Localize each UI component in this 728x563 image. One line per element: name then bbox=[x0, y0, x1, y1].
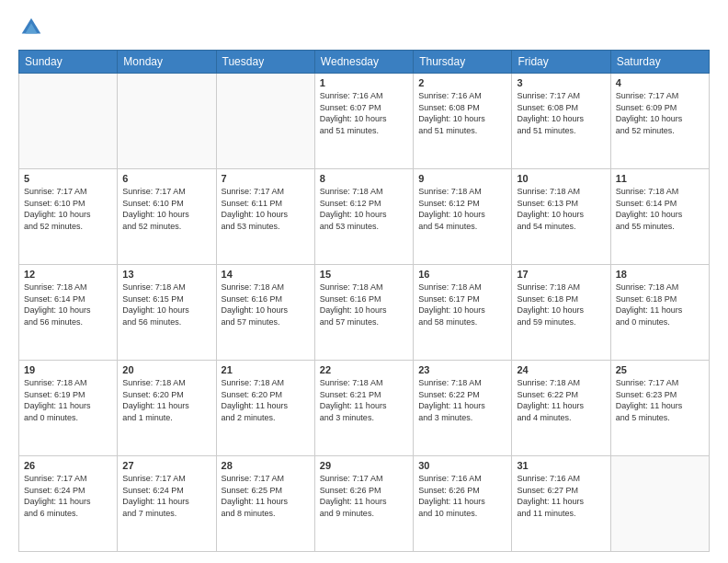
calendar-cell: 17Sunrise: 7:18 AM Sunset: 6:18 PM Dayli… bbox=[512, 265, 610, 361]
day-number: 6 bbox=[122, 173, 210, 184]
day-number: 13 bbox=[122, 269, 210, 280]
day-number: 8 bbox=[320, 173, 408, 184]
logo bbox=[18, 15, 48, 40]
calendar-cell: 27Sunrise: 7:17 AM Sunset: 6:24 PM Dayli… bbox=[118, 456, 216, 552]
calendar-cell bbox=[118, 74, 216, 169]
calendar-cell: 22Sunrise: 7:18 AM Sunset: 6:21 PM Dayli… bbox=[314, 361, 413, 456]
day-info: Sunrise: 7:18 AM Sunset: 6:12 PM Dayligh… bbox=[418, 186, 506, 232]
day-number: 3 bbox=[517, 77, 605, 88]
day-number: 26 bbox=[24, 460, 112, 471]
day-number: 11 bbox=[616, 173, 704, 184]
day-info: Sunrise: 7:16 AM Sunset: 6:07 PM Dayligh… bbox=[320, 90, 408, 136]
day-info: Sunrise: 7:18 AM Sunset: 6:18 PM Dayligh… bbox=[517, 282, 605, 327]
week-row-3: 19Sunrise: 7:18 AM Sunset: 6:19 PM Dayli… bbox=[19, 361, 710, 456]
day-info: Sunrise: 7:16 AM Sunset: 6:08 PM Dayligh… bbox=[418, 90, 506, 136]
day-number: 18 bbox=[616, 269, 704, 280]
calendar-cell: 12Sunrise: 7:18 AM Sunset: 6:14 PM Dayli… bbox=[19, 265, 118, 361]
weekday-header-thursday: Thursday bbox=[414, 51, 512, 74]
header bbox=[18, 15, 710, 40]
day-info: Sunrise: 7:16 AM Sunset: 6:26 PM Dayligh… bbox=[418, 473, 506, 519]
calendar-cell: 10Sunrise: 7:18 AM Sunset: 6:13 PM Dayli… bbox=[512, 169, 610, 265]
calendar-cell bbox=[216, 74, 314, 169]
day-info: Sunrise: 7:18 AM Sunset: 6:21 PM Dayligh… bbox=[320, 377, 408, 423]
calendar-cell: 1Sunrise: 7:16 AM Sunset: 6:07 PM Daylig… bbox=[314, 74, 413, 169]
calendar-cell: 20Sunrise: 7:18 AM Sunset: 6:20 PM Dayli… bbox=[118, 361, 216, 456]
week-row-0: 1Sunrise: 7:16 AM Sunset: 6:07 PM Daylig… bbox=[19, 74, 710, 169]
day-number: 24 bbox=[517, 364, 605, 375]
day-number: 21 bbox=[222, 364, 310, 375]
day-number: 28 bbox=[222, 460, 310, 471]
day-info: Sunrise: 7:17 AM Sunset: 6:09 PM Dayligh… bbox=[616, 90, 704, 136]
calendar-table: SundayMondayTuesdayWednesdayThursdayFrid… bbox=[18, 50, 710, 552]
calendar-cell: 19Sunrise: 7:18 AM Sunset: 6:19 PM Dayli… bbox=[19, 361, 118, 456]
calendar-cell: 31Sunrise: 7:16 AM Sunset: 6:27 PM Dayli… bbox=[512, 456, 610, 552]
day-number: 5 bbox=[24, 173, 112, 184]
day-number: 16 bbox=[418, 269, 506, 280]
weekday-header-tuesday: Tuesday bbox=[216, 51, 314, 74]
day-info: Sunrise: 7:18 AM Sunset: 6:14 PM Dayligh… bbox=[616, 186, 704, 232]
calendar-cell: 2Sunrise: 7:16 AM Sunset: 6:08 PM Daylig… bbox=[414, 74, 512, 169]
calendar-cell: 30Sunrise: 7:16 AM Sunset: 6:26 PM Dayli… bbox=[414, 456, 512, 552]
calendar-cell: 21Sunrise: 7:18 AM Sunset: 6:20 PM Dayli… bbox=[216, 361, 314, 456]
day-info: Sunrise: 7:18 AM Sunset: 6:17 PM Dayligh… bbox=[418, 282, 506, 327]
day-info: Sunrise: 7:18 AM Sunset: 6:18 PM Dayligh… bbox=[616, 282, 704, 327]
calendar-cell: 18Sunrise: 7:18 AM Sunset: 6:18 PM Dayli… bbox=[610, 265, 709, 361]
calendar-cell: 14Sunrise: 7:18 AM Sunset: 6:16 PM Dayli… bbox=[216, 265, 314, 361]
day-number: 14 bbox=[222, 269, 310, 280]
calendar-cell: 16Sunrise: 7:18 AM Sunset: 6:17 PM Dayli… bbox=[414, 265, 512, 361]
weekday-header-saturday: Saturday bbox=[610, 51, 709, 74]
day-number: 9 bbox=[418, 173, 506, 184]
day-info: Sunrise: 7:17 AM Sunset: 6:23 PM Dayligh… bbox=[616, 377, 704, 423]
calendar-cell: 8Sunrise: 7:18 AM Sunset: 6:12 PM Daylig… bbox=[314, 169, 413, 265]
day-info: Sunrise: 7:17 AM Sunset: 6:08 PM Dayligh… bbox=[517, 90, 605, 136]
calendar-cell: 25Sunrise: 7:17 AM Sunset: 6:23 PM Dayli… bbox=[610, 361, 709, 456]
calendar-cell: 3Sunrise: 7:17 AM Sunset: 6:08 PM Daylig… bbox=[512, 74, 610, 169]
week-row-2: 12Sunrise: 7:18 AM Sunset: 6:14 PM Dayli… bbox=[19, 265, 710, 361]
day-number: 15 bbox=[320, 269, 408, 280]
day-info: Sunrise: 7:17 AM Sunset: 6:26 PM Dayligh… bbox=[320, 473, 408, 519]
day-number: 23 bbox=[418, 364, 506, 375]
weekday-header-sunday: Sunday bbox=[19, 51, 118, 74]
day-info: Sunrise: 7:17 AM Sunset: 6:24 PM Dayligh… bbox=[122, 473, 210, 519]
calendar-cell: 6Sunrise: 7:17 AM Sunset: 6:10 PM Daylig… bbox=[118, 169, 216, 265]
day-number: 19 bbox=[24, 364, 112, 375]
calendar-cell: 24Sunrise: 7:18 AM Sunset: 6:22 PM Dayli… bbox=[512, 361, 610, 456]
day-info: Sunrise: 7:18 AM Sunset: 6:15 PM Dayligh… bbox=[122, 282, 210, 327]
day-number: 4 bbox=[616, 77, 704, 88]
day-info: Sunrise: 7:16 AM Sunset: 6:27 PM Dayligh… bbox=[517, 473, 605, 519]
day-info: Sunrise: 7:17 AM Sunset: 6:11 PM Dayligh… bbox=[222, 186, 310, 232]
day-info: Sunrise: 7:18 AM Sunset: 6:22 PM Dayligh… bbox=[418, 377, 506, 423]
day-number: 30 bbox=[418, 460, 506, 471]
calendar-cell: 15Sunrise: 7:18 AM Sunset: 6:16 PM Dayli… bbox=[314, 265, 413, 361]
calendar-cell: 4Sunrise: 7:17 AM Sunset: 6:09 PM Daylig… bbox=[610, 74, 709, 169]
weekday-header-monday: Monday bbox=[118, 51, 216, 74]
day-info: Sunrise: 7:18 AM Sunset: 6:12 PM Dayligh… bbox=[320, 186, 408, 232]
calendar-cell: 5Sunrise: 7:17 AM Sunset: 6:10 PM Daylig… bbox=[19, 169, 118, 265]
day-number: 20 bbox=[122, 364, 210, 375]
calendar-cell: 9Sunrise: 7:18 AM Sunset: 6:12 PM Daylig… bbox=[414, 169, 512, 265]
calendar-cell: 23Sunrise: 7:18 AM Sunset: 6:22 PM Dayli… bbox=[414, 361, 512, 456]
day-number: 12 bbox=[24, 269, 112, 280]
day-info: Sunrise: 7:17 AM Sunset: 6:10 PM Dayligh… bbox=[24, 186, 112, 232]
day-info: Sunrise: 7:18 AM Sunset: 6:13 PM Dayligh… bbox=[517, 186, 605, 232]
day-number: 31 bbox=[517, 460, 605, 471]
day-info: Sunrise: 7:17 AM Sunset: 6:24 PM Dayligh… bbox=[24, 473, 112, 519]
week-row-4: 26Sunrise: 7:17 AM Sunset: 6:24 PM Dayli… bbox=[19, 456, 710, 552]
weekday-header-wednesday: Wednesday bbox=[314, 51, 413, 74]
day-number: 25 bbox=[616, 364, 704, 375]
page: SundayMondayTuesdayWednesdayThursdayFrid… bbox=[0, 0, 728, 563]
calendar-cell: 26Sunrise: 7:17 AM Sunset: 6:24 PM Dayli… bbox=[19, 456, 118, 552]
weekday-header-row: SundayMondayTuesdayWednesdayThursdayFrid… bbox=[19, 51, 710, 74]
calendar-cell: 28Sunrise: 7:17 AM Sunset: 6:25 PM Dayli… bbox=[216, 456, 314, 552]
day-number: 27 bbox=[122, 460, 210, 471]
calendar-cell bbox=[19, 74, 118, 169]
calendar-cell: 7Sunrise: 7:17 AM Sunset: 6:11 PM Daylig… bbox=[216, 169, 314, 265]
week-row-1: 5Sunrise: 7:17 AM Sunset: 6:10 PM Daylig… bbox=[19, 169, 710, 265]
day-number: 29 bbox=[320, 460, 408, 471]
day-number: 10 bbox=[517, 173, 605, 184]
day-number: 17 bbox=[517, 269, 605, 280]
day-number: 7 bbox=[222, 173, 310, 184]
day-info: Sunrise: 7:18 AM Sunset: 6:16 PM Dayligh… bbox=[222, 282, 310, 327]
day-info: Sunrise: 7:18 AM Sunset: 6:22 PM Dayligh… bbox=[517, 377, 605, 423]
calendar-cell: 13Sunrise: 7:18 AM Sunset: 6:15 PM Dayli… bbox=[118, 265, 216, 361]
